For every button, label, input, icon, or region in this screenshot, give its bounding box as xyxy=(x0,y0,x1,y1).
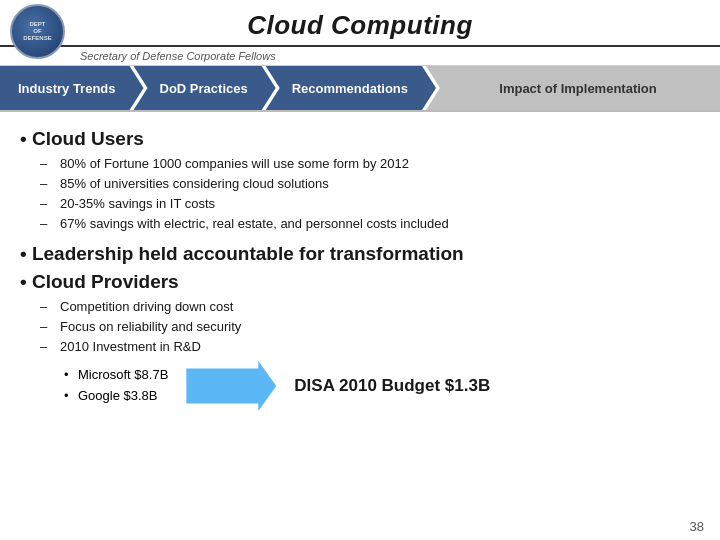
tab-recommendations[interactable]: Recommendations xyxy=(266,66,436,110)
tab-impact[interactable]: Impact of Implementation xyxy=(426,66,720,110)
list-item: 85% of universities considering cloud so… xyxy=(50,174,700,194)
subtitle: Secretary of Defense Corporate Fellows xyxy=(0,47,720,66)
cloud-providers-title: • Cloud Providers xyxy=(20,271,700,293)
list-item: 80% of Fortune 1000 companies will use s… xyxy=(50,154,700,174)
leadership-section: • Leadership held accountable for transf… xyxy=(20,243,700,265)
list-item: Competition driving down cost xyxy=(50,297,700,317)
list-item: 2010 Investment in R&D xyxy=(50,337,700,357)
main-content: • Cloud Users 80% of Fortune 1000 compan… xyxy=(0,112,720,417)
dod-seal-logo: DEPTOFDEFENSE xyxy=(10,4,65,59)
cloud-users-section: • Cloud Users 80% of Fortune 1000 compan… xyxy=(20,128,700,235)
investment-row: Microsoft $8.7B Google $3.8B DISA 2010 B… xyxy=(64,361,700,411)
cloud-users-list: 80% of Fortune 1000 companies will use s… xyxy=(50,154,700,235)
list-item: Google $3.8B xyxy=(64,386,168,407)
tab-bar: Industry Trends DoD Practices Recommenda… xyxy=(0,66,720,112)
disa-budget-label: DISA 2010 Budget $1.3B xyxy=(294,376,490,396)
cloud-users-title: • Cloud Users xyxy=(20,128,700,150)
investment-list: Microsoft $8.7B Google $3.8B xyxy=(64,365,168,407)
page-header: DEPTOFDEFENSE Cloud Computing xyxy=(0,0,720,47)
page-number: 38 xyxy=(690,519,704,534)
list-item: Microsoft $8.7B xyxy=(64,365,168,386)
cloud-providers-section: • Cloud Providers Competition driving do… xyxy=(20,271,700,411)
list-item: 67% savings with electric, real estate, … xyxy=(50,214,700,234)
page-title: Cloud Computing xyxy=(0,10,720,41)
leadership-title: • Leadership held accountable for transf… xyxy=(20,243,700,265)
providers-list: Competition driving down cost Focus on r… xyxy=(50,297,700,357)
arrow-graphic xyxy=(186,361,276,411)
tab-industry-trends[interactable]: Industry Trends xyxy=(0,66,144,110)
tab-dod-practices[interactable]: DoD Practices xyxy=(134,66,276,110)
list-item: Focus on reliability and security xyxy=(50,317,700,337)
list-item: 20-35% savings in IT costs xyxy=(50,194,700,214)
